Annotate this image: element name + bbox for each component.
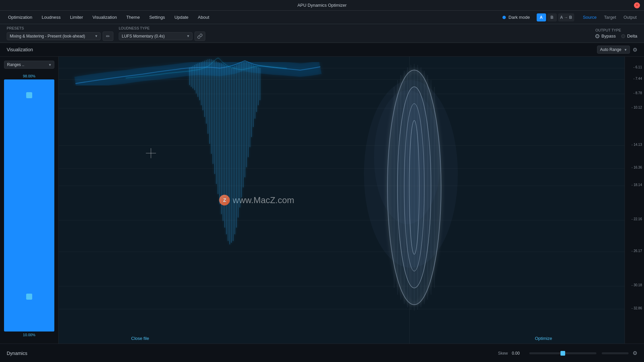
preset-select[interactable]: Mixing & Mastering - Present (look-ahead… xyxy=(7,32,101,40)
skew-label: Skew xyxy=(498,351,508,356)
visualization-footer: Close file Optimize xyxy=(59,333,625,344)
output-label: Output type xyxy=(595,28,637,32)
bypass-label: Bypass xyxy=(601,34,616,39)
menu-bar: Optimization Loudness Limiter Visualizat… xyxy=(0,11,644,24)
menu-optimization[interactable]: Optimization xyxy=(4,13,36,21)
dark-mode-group: Dark mode xyxy=(502,15,530,20)
skew-thumb[interactable] xyxy=(560,351,565,356)
skew-slider[interactable] xyxy=(529,352,596,354)
range-top-percent: 98.00% xyxy=(23,74,35,78)
vertical-slider-track[interactable] xyxy=(4,79,54,331)
output-section: Output type Bypass Delta xyxy=(595,28,637,39)
skew-right-track xyxy=(602,352,629,354)
title-bar: APU Dynamics Optimizer × xyxy=(0,0,644,11)
dynamics-settings-icon[interactable]: ⚙ xyxy=(633,350,637,356)
y-label-4: - 14.13 xyxy=(632,143,642,146)
presets-label: Presets xyxy=(7,26,113,30)
delta-option[interactable]: Delta xyxy=(621,34,637,39)
dynamics-title: Dynamics xyxy=(7,351,27,356)
dynamics-section: Dynamics Skew 0.00 ⚙ xyxy=(0,344,644,362)
ab-group: A B A → B xyxy=(537,13,574,21)
target-button[interactable]: Target xyxy=(601,13,620,21)
app-title: APU Dynamics Optimizer xyxy=(298,3,347,8)
y-label-0: - 6.11 xyxy=(633,65,642,69)
close-button[interactable]: × xyxy=(634,2,640,8)
y-label-10: - 32.86 xyxy=(632,306,642,310)
auto-range-select[interactable]: Auto Range xyxy=(597,46,630,54)
range-slider-container: 98.00% 10.00% xyxy=(4,71,54,340)
dynamics-right: Skew 0.00 ⚙ xyxy=(498,350,637,356)
bypass-option[interactable]: Bypass xyxy=(595,34,616,39)
menu-visualization[interactable]: Visualization xyxy=(89,13,121,21)
toolbar: Presets Mixing & Mastering - Present (lo… xyxy=(0,24,644,43)
preset-control: Mixing & Mastering - Present (look-ahead… xyxy=(7,32,113,41)
optimize-button[interactable]: Optimize xyxy=(530,333,557,344)
loudness-control: LUFS Momentary (0.4s) ▼ xyxy=(119,32,205,41)
auto-range-wrapper: Auto Range ▼ xyxy=(597,46,630,54)
delta-label: Delta xyxy=(627,34,637,39)
y-label-7: - 22.16 xyxy=(632,217,642,221)
visualization-header-right: Auto Range ▼ ⚙ xyxy=(597,46,637,54)
dark-mode-label[interactable]: Dark mode xyxy=(508,15,530,20)
y-label-3: - 10.12 xyxy=(632,106,642,109)
y-axis: - 6.11 - 7.44 - 8.78 - 10.12 - 14.13 - 1… xyxy=(625,57,644,344)
slider-thumb-top[interactable] xyxy=(26,92,32,98)
close-file-button[interactable]: Close file xyxy=(126,333,154,344)
delta-radio xyxy=(621,34,625,38)
ranges-select[interactable]: Ranges .. xyxy=(4,61,54,69)
waveform-visualization xyxy=(59,57,625,344)
visualization-title: Visualization xyxy=(7,47,33,52)
output-button[interactable]: Output xyxy=(620,13,640,21)
visualization-header: Visualization Auto Range ▼ ⚙ xyxy=(0,43,644,57)
ab-a-button[interactable]: A xyxy=(537,13,546,21)
visualization-canvas[interactable]: Z www.MacZ.com xyxy=(59,57,625,344)
visualization-settings-icon[interactable]: ⚙ xyxy=(633,47,637,53)
menu-update[interactable]: Update xyxy=(170,13,193,21)
y-label-8: - 26.17 xyxy=(632,249,642,253)
loudness-section: Loudness type LUFS Momentary (0.4s) ▼ xyxy=(119,26,205,41)
menu-loudness[interactable]: Loudness xyxy=(38,13,64,21)
y-label-9: - 30.18 xyxy=(632,283,642,287)
menu-theme[interactable]: Theme xyxy=(122,13,144,21)
main-content: Ranges .. ▼ 98.00% 10.00% Z www.MacZ.com xyxy=(0,57,644,344)
loudness-label: Loudness type xyxy=(119,26,205,30)
ab-atob-button[interactable]: A → B xyxy=(558,13,574,21)
link-button[interactable] xyxy=(195,32,205,41)
bypass-radio xyxy=(595,34,599,38)
slider-thumb-bottom[interactable] xyxy=(26,294,32,300)
skew-value: 0.00 xyxy=(512,351,525,356)
svg-point-73 xyxy=(374,90,441,224)
edit-preset-button[interactable]: ✏ xyxy=(103,32,113,41)
menu-about[interactable]: About xyxy=(194,13,213,21)
source-target-group: Source Target Output xyxy=(580,13,640,21)
presets-section: Presets Mixing & Mastering - Present (lo… xyxy=(7,26,113,41)
ranges-select-wrapper: Ranges .. ▼ xyxy=(4,61,54,69)
menu-limiter[interactable]: Limiter xyxy=(66,13,87,21)
dark-mode-indicator xyxy=(502,16,506,19)
left-panel: Ranges .. ▼ 98.00% 10.00% xyxy=(0,57,59,344)
y-label-1: - 7.44 xyxy=(633,77,642,80)
y-label-2: - 8.78 xyxy=(633,91,642,95)
loudness-select[interactable]: LUFS Momentary (0.4s) xyxy=(119,32,193,40)
y-label-5: - 16.36 xyxy=(632,166,642,169)
loudness-select-wrapper: LUFS Momentary (0.4s) ▼ xyxy=(119,32,193,40)
menu-settings[interactable]: Settings xyxy=(145,13,169,21)
source-button[interactable]: Source xyxy=(580,13,600,21)
ab-b-button[interactable]: B xyxy=(547,13,557,21)
y-label-6: - 18.14 xyxy=(632,183,642,187)
range-bottom-percent: 10.00% xyxy=(23,333,35,337)
output-options: Bypass Delta xyxy=(595,34,637,39)
preset-select-wrapper: Mixing & Mastering - Present (look-ahead… xyxy=(7,32,101,40)
